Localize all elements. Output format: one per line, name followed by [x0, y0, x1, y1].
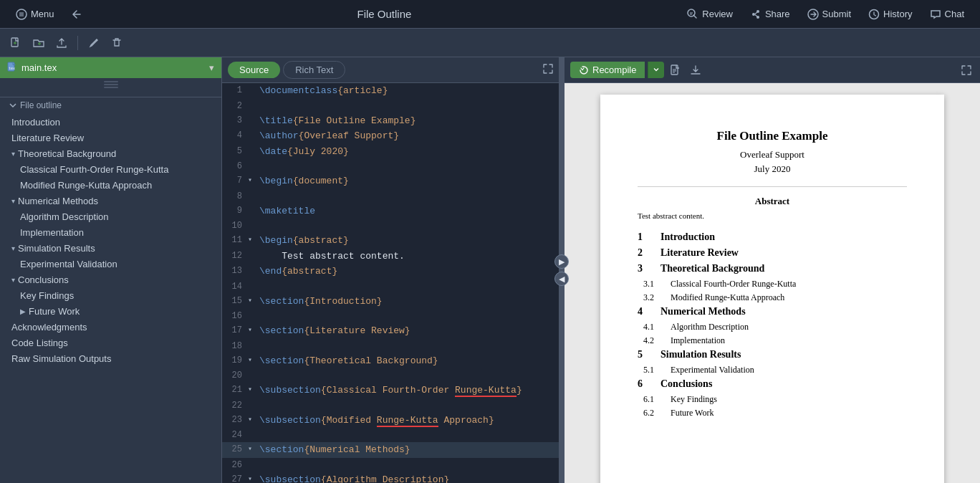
outline-item-implementation[interactable]: Implementation: [3, 225, 218, 240]
outline-item-theoretical[interactable]: ▾ Theoretical Background: [3, 146, 218, 161]
fold-indicator: [248, 99, 259, 100]
review-button[interactable]: Review: [680, 6, 740, 23]
expand-editor-button[interactable]: [543, 64, 553, 76]
line-number: 8: [222, 189, 248, 203]
recompile-dropdown-button[interactable]: [648, 62, 664, 78]
outline-item-classical-rk[interactable]: Classical Fourth-Order Runge-Kutta: [3, 162, 218, 177]
rich-text-tab[interactable]: Rich Text: [283, 61, 345, 79]
preview-save-button[interactable]: [687, 62, 704, 79]
outline-item-introduction[interactable]: Introduction: [3, 115, 218, 130]
panel-splitter[interactable]: ▶ ◀: [559, 57, 565, 483]
nav-left-arrow[interactable]: ◀: [554, 272, 569, 286]
menu-button[interactable]: Menu: [9, 6, 62, 23]
code-line-27: 27 ▾ \subsection{Algorithm Description}: [222, 472, 559, 484]
app-title: File Outline: [89, 8, 681, 20]
fold-indicator[interactable]: ▾: [248, 353, 259, 365]
line-number: 18: [222, 339, 248, 353]
line-content: \documentclass{article}: [259, 83, 559, 99]
preview-content[interactable]: File Outline Example Overleaf Support Ju…: [565, 83, 980, 483]
nav-right-arrow[interactable]: ▶: [554, 254, 569, 269]
drag-handle[interactable]: [0, 78, 221, 91]
outline-item-acknowledgments[interactable]: Acknowledgments: [3, 320, 218, 335]
fold-indicator[interactable]: ▾: [248, 233, 259, 245]
outline-item-conclusions[interactable]: ▾ Conclusions: [3, 272, 218, 287]
fold-indicator[interactable]: ▾: [248, 173, 259, 186]
outline-item-modified-rk[interactable]: Modified Runge-Kutta Approach: [3, 178, 218, 193]
new-file-button[interactable]: [6, 33, 26, 53]
back-button[interactable]: [64, 6, 89, 22]
fold-indicator[interactable]: ▾: [248, 472, 259, 484]
fold-indicator: [248, 113, 259, 115]
sidebar: tex main.tex ▾ File outline Introduction: [0, 57, 222, 483]
outline-item-label: Numerical Methods: [18, 196, 98, 206]
upload-icon: [56, 37, 67, 49]
code-line-11: 11 ▾ \begin{abstract}: [222, 233, 559, 249]
outline-header[interactable]: File outline: [0, 97, 221, 113]
outline-item-key-findings[interactable]: Key Findings: [3, 288, 218, 303]
expand-icon: [543, 64, 553, 74]
line-content: \date{July 2020}: [259, 144, 559, 160]
rename-button[interactable]: [84, 33, 104, 53]
chat-label: Chat: [945, 9, 964, 19]
line-content: [259, 99, 559, 100]
line-number: 19: [222, 353, 248, 367]
fold-indicator[interactable]: ▾: [248, 413, 259, 425]
section-title: Simulation Results: [660, 349, 741, 360]
pdf-subsection-4-1: 4.1 Algorithm Description: [638, 322, 907, 333]
outline-item-future-work[interactable]: ▶ Future Work: [3, 304, 218, 319]
fold-indicator[interactable]: ▾: [248, 442, 259, 454]
line-number: 14: [222, 279, 248, 293]
submit-label: Submit: [822, 9, 851, 19]
code-line-19: 19 ▾ \section{Theoretical Background}: [222, 353, 559, 369]
drag-dot: [104, 81, 118, 82]
outline-item-simulation[interactable]: ▾ Simulation Results: [3, 241, 218, 256]
line-number: 5: [222, 144, 248, 158]
refresh-icon: [579, 65, 589, 75]
outline-item-label: Classical Fourth-Order Runge-Kutta: [20, 164, 168, 175]
code-line-15: 15 ▾ \section{Introduction}: [222, 294, 559, 310]
code-line-20: 20: [222, 368, 559, 383]
code-line-1: 1 \documentclass{article}: [222, 83, 559, 99]
history-button[interactable]: History: [861, 6, 919, 23]
fold-indicator: [248, 159, 259, 161]
source-tab[interactable]: Source: [228, 62, 280, 78]
pdf-section-2: 2 Literature Review: [638, 247, 907, 259]
fold-indicator[interactable]: ▾: [248, 294, 259, 306]
expand-preview-button[interactable]: [959, 62, 974, 78]
svg-point-2: [752, 13, 755, 16]
preview-panel: Recompile: [565, 57, 980, 483]
new-folder-button[interactable]: [29, 33, 49, 53]
review-label: Review: [702, 9, 733, 19]
delete-button[interactable]: [107, 33, 127, 53]
outline-item-raw-sim[interactable]: Raw Simulation Outputs: [3, 351, 218, 366]
file-header[interactable]: tex main.tex ▾: [0, 57, 221, 78]
section-num: 1: [638, 231, 655, 243]
fold-indicator: [248, 144, 259, 145]
outline-item-algorithm[interactable]: Algorithm Description: [3, 209, 218, 224]
expand-icon: ▶: [20, 307, 26, 315]
subsection-title: Implementation: [671, 335, 725, 346]
chat-button[interactable]: Chat: [923, 6, 971, 23]
upload-button[interactable]: [52, 33, 72, 53]
file-preview-icon: [670, 64, 681, 76]
line-number: 23: [222, 413, 248, 426]
outline-item-code-listings[interactable]: Code Listings: [3, 335, 218, 350]
outline-item-label: Code Listings: [11, 338, 68, 348]
code-line-12: 12 Test abstract content.: [222, 249, 559, 264]
fold-indicator[interactable]: ▾: [248, 383, 259, 395]
pdf-abstract-title: Abstract: [638, 196, 907, 207]
outline-item-experimental[interactable]: Experimental Validation: [3, 257, 218, 272]
line-number: 3: [222, 113, 248, 127]
recompile-button[interactable]: Recompile: [570, 62, 645, 78]
preview-download-button[interactable]: [667, 62, 684, 79]
outline-item-numerical[interactable]: ▾ Numerical Methods: [3, 193, 218, 209]
line-content: \section{Introduction}: [259, 294, 559, 310]
main-layout: tex main.tex ▾ File outline Introduction: [0, 57, 980, 483]
outline-item-literature-review[interactable]: Literature Review: [3, 130, 218, 145]
submit-button[interactable]: Submit: [800, 6, 858, 23]
fold-indicator[interactable]: ▾: [248, 323, 259, 335]
code-editor[interactable]: 1 \documentclass{article} 2 3 \title{Fil…: [222, 83, 559, 483]
line-content: \section{Theoretical Background}: [259, 353, 559, 369]
share-button[interactable]: Share: [743, 6, 797, 23]
subsection-num: 4.2: [643, 335, 665, 346]
